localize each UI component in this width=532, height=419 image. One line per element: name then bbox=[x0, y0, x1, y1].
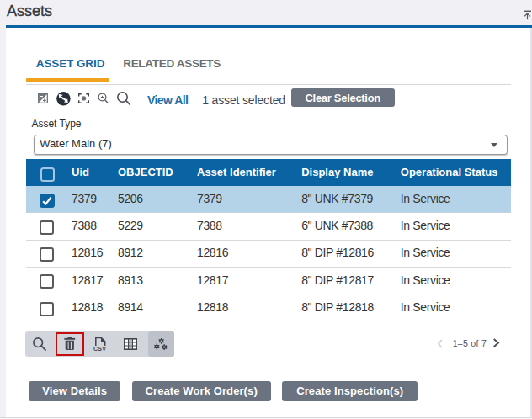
svg-text:CSV: CSV bbox=[93, 346, 106, 352]
